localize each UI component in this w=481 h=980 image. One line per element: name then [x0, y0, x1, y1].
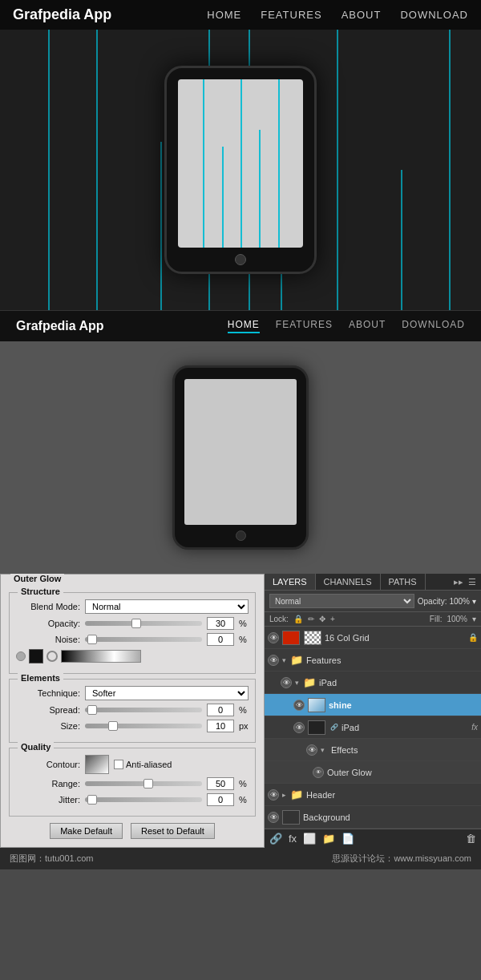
layer-header-folder[interactable]: 👁 ▸ 📁 Header	[265, 784, 481, 806]
layer-name: Background	[303, 813, 478, 822]
fill-arrow[interactable]: ▾	[472, 615, 476, 623]
move-icon[interactable]: ✥	[319, 615, 325, 623]
folder-icon: 📁	[290, 788, 303, 801]
spread-slider[interactable]	[85, 708, 202, 712]
jitter-input[interactable]: 0	[207, 793, 234, 806]
noise-input[interactable]: 0	[207, 633, 234, 646]
eye-icon[interactable]: 👁	[268, 632, 279, 643]
jitter-pct: %	[239, 795, 249, 805]
outer-glow-panel: Outer Glow Structure Blend Mode: Normal …	[0, 574, 265, 848]
opacity-arrow[interactable]: ▾	[472, 597, 476, 606]
blend-mode-select[interactable]: Normal	[85, 599, 249, 614]
opacity-label: Opacity:	[16, 619, 80, 628]
nav-features[interactable]: FEATURES	[261, 9, 321, 21]
effects-arrow[interactable]: ▾	[321, 746, 325, 754]
effects-label: Effects	[331, 745, 478, 755]
layer-16-col-grid[interactable]: 👁 16 Col Grid 🔒	[265, 627, 481, 649]
jitter-label: Jitter:	[16, 795, 80, 805]
spread-label: Spread:	[16, 705, 80, 715]
new-layer-btn[interactable]: 📄	[342, 833, 354, 845]
range-slider[interactable]	[85, 781, 202, 786]
spread-input[interactable]: 0	[207, 704, 234, 716]
layer-name: Header	[306, 790, 478, 800]
lock-icon[interactable]: 🔒	[293, 615, 303, 623]
anti-aliased-checkbox[interactable]	[114, 760, 123, 769]
layer-mask-thumbnail	[304, 631, 321, 645]
quality-section: Quality Contour: Anti-aliased Range: 50 …	[9, 748, 256, 817]
layer-ipad-folder[interactable]: 👁 ▾ 📁 iPad	[265, 671, 481, 694]
make-default-button[interactable]: Make Default	[50, 823, 123, 839]
blend-mode-label: Blend Mode:	[16, 602, 80, 611]
layer-features-folder[interactable]: 👁 ▾ 📁 Features	[265, 649, 481, 671]
nav-home[interactable]: HOME	[207, 9, 241, 21]
brush-icon[interactable]: ✏	[308, 615, 314, 623]
jitter-slider[interactable]	[85, 797, 202, 802]
layer-ipad[interactable]: 👁 🔗 iPad fx	[265, 716, 481, 739]
eye-icon[interactable]: 👁	[268, 789, 279, 801]
opacity-pct: %	[239, 619, 249, 628]
size-input[interactable]: 10	[207, 720, 234, 732]
eye-icon[interactable]: 👁	[313, 767, 324, 778]
expand-arrow[interactable]: ▸	[282, 791, 287, 799]
expand-arrow[interactable]: ▾	[282, 656, 287, 664]
eye-icon[interactable]: 👁	[268, 655, 279, 666]
layer-blend-mode-select[interactable]: Normal	[269, 594, 414, 608]
second-nav-about[interactable]: ABOUT	[349, 319, 386, 333]
second-nav-features[interactable]: FEATURES	[276, 319, 333, 333]
menu-icon[interactable]: ☰	[468, 577, 476, 587]
lock-indicator: 🔒	[468, 633, 478, 642]
contour-row: Contour: Anti-aliased	[16, 755, 249, 774]
noise-slider[interactable]	[85, 637, 202, 642]
layers-panel: LAYERS CHANNELS PATHS ▸▸ ☰ Normal Opacit…	[265, 574, 481, 848]
size-label: Size:	[16, 721, 80, 731]
opacity-input[interactable]: 30	[207, 617, 234, 630]
expand-arrow[interactable]: ▾	[295, 679, 300, 687]
layer-effects[interactable]: 👁 ▾ Effects	[265, 739, 481, 761]
gradient-swatch[interactable]	[61, 650, 141, 663]
second-nav-download[interactable]: DOWNLOAD	[402, 319, 465, 333]
tab-layers[interactable]: LAYERS	[265, 574, 316, 590]
layer-thumbnail	[308, 720, 325, 735]
add-mask-btn[interactable]: ⬜	[303, 833, 316, 845]
technique-label: Technique:	[16, 688, 80, 698]
technique-select[interactable]: Softer	[85, 686, 249, 700]
delete-layer-btn[interactable]: 🗑	[466, 833, 476, 845]
eye-icon[interactable]: 👁	[306, 744, 317, 756]
buttons-row: Make Default Reset to Default	[9, 823, 256, 839]
folder-icon: 📁	[290, 654, 303, 666]
layer-background[interactable]: 👁 Background	[265, 806, 481, 829]
new-group-btn[interactable]: 📁	[322, 833, 335, 845]
second-navigation: Grafpedia App HOME FEATURES ABOUT DOWNLO…	[0, 310, 481, 341]
size-slider[interactable]	[85, 724, 202, 728]
nav-about[interactable]: ABOUT	[342, 9, 382, 21]
opacity-slider[interactable]	[85, 621, 202, 626]
lock-all-icon[interactable]: +	[330, 615, 335, 623]
layers-controls: Normal Opacity: 100% ▾	[265, 591, 481, 612]
layers-tabs: LAYERS CHANNELS PATHS ▸▸ ☰	[265, 574, 481, 591]
reset-button[interactable]: Reset to Default	[131, 823, 215, 839]
add-style-btn[interactable]: fx	[289, 833, 297, 845]
nav-download[interactable]: DOWNLOAD	[400, 9, 468, 21]
radio-solid[interactable]	[16, 651, 26, 661]
contour-preview[interactable]	[85, 755, 109, 774]
range-input[interactable]: 50	[207, 777, 234, 790]
layer-shine[interactable]: 👁 shine	[265, 694, 481, 716]
eye-icon[interactable]: 👁	[293, 700, 305, 711]
tab-paths[interactable]: PATHS	[381, 574, 426, 590]
opacity-row: Opacity: 30 %	[16, 617, 249, 630]
color-swatch-black[interactable]	[29, 649, 43, 663]
top-brand: Grafpedia App	[13, 6, 207, 23]
website-preview-top: Grafpedia App HOME FEATURES ABOUT DOWNLO…	[0, 0, 481, 341]
collapse-icon[interactable]: ▸▸	[454, 577, 463, 587]
eye-icon[interactable]: 👁	[268, 812, 279, 823]
link-layers-btn[interactable]: 🔗	[269, 833, 282, 845]
second-nav-home[interactable]: HOME	[228, 319, 260, 333]
layer-outer-glow[interactable]: 👁 Outer Glow	[265, 761, 481, 784]
quality-label: Quality	[18, 742, 54, 752]
tab-channels[interactable]: CHANNELS	[316, 574, 381, 590]
eye-icon[interactable]: 👁	[281, 677, 292, 688]
fx-badge: fx	[471, 723, 478, 732]
noise-row: Noise: 0 %	[16, 633, 249, 646]
folder-icon: 📁	[303, 676, 316, 688]
eye-icon[interactable]: 👁	[293, 722, 305, 733]
